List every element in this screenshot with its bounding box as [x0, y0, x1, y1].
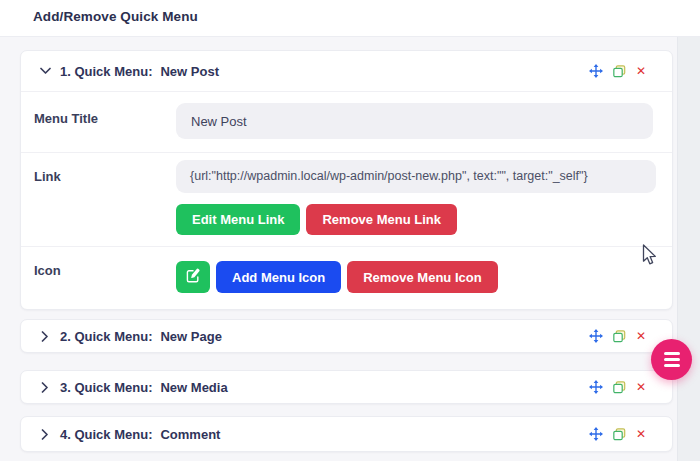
quick-menu-card-4-header[interactable]: 4. Quick Menu: Comment ✕ [21, 417, 672, 451]
card-2-label: 2. Quick Menu: [60, 329, 152, 344]
delete-icon[interactable]: ✕ [636, 428, 646, 440]
edit-icon-button[interactable] [176, 261, 210, 293]
chevron-down-icon[interactable] [39, 67, 51, 75]
page-header: Add/Remove Quick Menu [0, 0, 700, 37]
move-icon[interactable] [589, 427, 603, 441]
duplicate-icon[interactable] [613, 65, 626, 78]
card-2-actions: ✕ [589, 329, 646, 343]
link-value-field: {url:"http://wpadmin.local/wp-admin/post… [176, 160, 656, 193]
quick-menu-settings-page: Add/Remove Quick Menu 1. Quick Menu: New… [0, 0, 700, 461]
delete-icon[interactable]: ✕ [636, 381, 646, 393]
remove-menu-link-button[interactable]: Remove Menu Link [306, 204, 456, 235]
menu-title-label: Menu Title [21, 92, 176, 152]
link-row: Link {url:"http://wpadmin.local/wp-admin… [21, 153, 672, 247]
menu-title-row: Menu Title [21, 92, 672, 153]
remove-menu-icon-button[interactable]: Remove Menu Icon [347, 261, 497, 293]
quick-menu-card-3: 3. Quick Menu: New Media ✕ [20, 370, 673, 404]
quick-menu-card-1: 1. Quick Menu: New Post ✕ Menu Title Lin… [20, 50, 673, 310]
card-2-name: New Page [160, 329, 221, 344]
chevron-right-icon[interactable] [39, 331, 51, 342]
duplicate-icon[interactable] [613, 330, 626, 343]
card-1-label: 1. Quick Menu: [60, 64, 152, 79]
edit-pen-icon [186, 268, 201, 286]
quick-menu-card-2: 2. Quick Menu: New Page ✕ [20, 319, 673, 353]
card-1-actions: ✕ [589, 64, 646, 78]
card-3-label: 3. Quick Menu: [60, 380, 152, 395]
floating-menu-button[interactable] [651, 339, 692, 380]
icon-row: Icon Add Menu Icon Remove Menu Icon [21, 247, 672, 310]
add-menu-icon-button[interactable]: Add Menu Icon [216, 261, 341, 293]
card-3-name: New Media [160, 380, 227, 395]
card-3-actions: ✕ [589, 380, 646, 394]
move-icon[interactable] [589, 64, 603, 78]
card-4-actions: ✕ [589, 427, 646, 441]
move-icon[interactable] [589, 380, 603, 394]
chevron-right-icon[interactable] [39, 429, 51, 440]
delete-icon[interactable]: ✕ [636, 330, 646, 342]
duplicate-icon[interactable] [613, 428, 626, 441]
edit-menu-link-button[interactable]: Edit Menu Link [176, 204, 300, 235]
link-label: Link [21, 153, 176, 246]
page-background-strip [677, 37, 700, 461]
icon-label: Icon [21, 247, 176, 310]
move-icon[interactable] [589, 329, 603, 343]
card-1-name: New Post [160, 64, 219, 79]
quick-menu-card-2-header[interactable]: 2. Quick Menu: New Page ✕ [21, 320, 672, 352]
quick-menu-card-3-header[interactable]: 3. Quick Menu: New Media ✕ [21, 371, 672, 403]
duplicate-icon[interactable] [613, 381, 626, 394]
delete-icon[interactable]: ✕ [636, 65, 646, 77]
quick-menu-card-4: 4. Quick Menu: Comment ✕ [20, 416, 673, 452]
card-4-name: Comment [160, 427, 220, 442]
menu-title-input[interactable] [176, 103, 653, 139]
page-title: Add/Remove Quick Menu [33, 9, 198, 24]
quick-menu-card-1-header[interactable]: 1. Quick Menu: New Post ✕ [21, 51, 672, 92]
card-4-label: 4. Quick Menu: [60, 427, 152, 442]
chevron-right-icon[interactable] [39, 382, 51, 393]
